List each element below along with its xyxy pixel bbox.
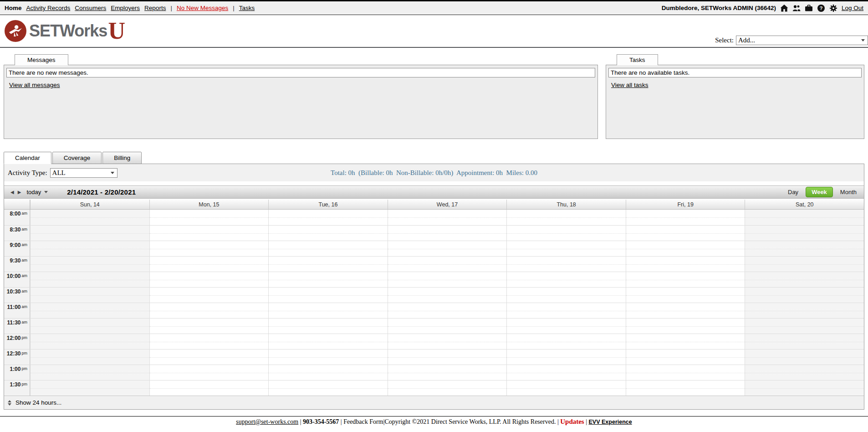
view-all-tasks-link[interactable]: View all tasks — [611, 82, 648, 88]
calendar-cell[interactable] — [388, 334, 507, 349]
today-button[interactable]: today — [26, 189, 41, 195]
logout-link[interactable]: Log Out — [842, 5, 863, 11]
nav-activity-records[interactable]: Activity Records — [26, 5, 71, 11]
activity-type-dropdown[interactable]: ALL — [50, 168, 117, 178]
feedback-form-link[interactable]: Feedback Form — [343, 418, 383, 425]
calendar-cell[interactable] — [30, 350, 149, 365]
view-day-button[interactable]: Day — [785, 187, 801, 197]
calendar-cell[interactable] — [745, 334, 864, 349]
calendar-cell[interactable] — [30, 365, 149, 380]
calendar-cell[interactable] — [30, 303, 149, 318]
calendar-cell[interactable] — [506, 365, 626, 380]
calendar-cell[interactable] — [388, 257, 507, 272]
calendar-cell[interactable] — [745, 350, 864, 365]
calendar-cell[interactable] — [30, 319, 149, 334]
calendar-cell[interactable] — [626, 303, 745, 318]
calendar-cell[interactable] — [626, 319, 745, 334]
calendar-cell[interactable] — [30, 334, 149, 349]
calendar-cell[interactable] — [506, 303, 626, 318]
calendar-cell[interactable] — [149, 272, 269, 287]
setworks-logo[interactable]: SETWorks U — [5, 20, 125, 42]
calendar-cell[interactable] — [268, 365, 388, 380]
calendar-cell[interactable] — [30, 226, 149, 241]
calendar-cell[interactable] — [506, 241, 626, 256]
calendar-cell[interactable] — [745, 257, 864, 272]
calendar-cell[interactable] — [745, 288, 864, 303]
calendar-cell[interactable] — [506, 210, 626, 225]
calendar-cell[interactable] — [506, 319, 626, 334]
calendar-cell[interactable] — [268, 350, 388, 365]
calendar-cell[interactable] — [388, 381, 507, 396]
calendar-cell[interactable] — [268, 257, 388, 272]
calendar-cell[interactable] — [30, 241, 149, 256]
prev-week-button[interactable]: ◀ — [9, 190, 16, 195]
nav-tasks[interactable]: Tasks — [239, 5, 255, 11]
calendar-cell[interactable] — [388, 210, 507, 225]
calendar-cell[interactable] — [745, 226, 864, 241]
calendar-cell[interactable] — [626, 241, 745, 256]
calendar-cell[interactable] — [30, 288, 149, 303]
calendar-cell[interactable] — [268, 241, 388, 256]
tab-coverage[interactable]: Coverage — [52, 152, 102, 164]
calendar-cell[interactable] — [268, 226, 388, 241]
calendar-cell[interactable] — [506, 334, 626, 349]
nav-employers[interactable]: Employers — [111, 5, 140, 11]
calendar-cell[interactable] — [626, 272, 745, 287]
updates-link[interactable]: Updates — [560, 418, 584, 425]
today-caret-icon[interactable] — [44, 191, 48, 193]
calendar-cell[interactable] — [506, 288, 626, 303]
calendar-cell[interactable] — [149, 210, 269, 225]
view-week-button[interactable]: Week — [806, 187, 833, 197]
tab-tasks[interactable]: Tasks — [617, 54, 658, 65]
calendar-cell[interactable] — [745, 381, 864, 396]
calendar-cell[interactable] — [149, 381, 269, 396]
calendar-cell[interactable] — [506, 350, 626, 365]
calendar-cell[interactable] — [268, 272, 388, 287]
calendar-cell[interactable] — [149, 288, 269, 303]
calendar-cell[interactable] — [388, 350, 507, 365]
calendar-cell[interactable] — [626, 257, 745, 272]
calendar-cell[interactable] — [149, 303, 269, 318]
tab-billing[interactable]: Billing — [102, 152, 142, 164]
help-icon[interactable]: ? — [817, 4, 825, 12]
calendar-cell[interactable] — [388, 288, 507, 303]
calendar-cell[interactable] — [30, 257, 149, 272]
calendar-cell[interactable] — [745, 272, 864, 287]
next-week-button[interactable]: ▶ — [16, 190, 23, 195]
home-icon[interactable] — [780, 4, 788, 12]
calendar-cell[interactable] — [388, 241, 507, 256]
calendar-cell[interactable] — [268, 303, 388, 318]
calendar-cell[interactable] — [388, 226, 507, 241]
calendar-cell[interactable] — [149, 226, 269, 241]
calendar-cell[interactable] — [626, 226, 745, 241]
show-24-hours-toggle[interactable]: Show 24 hours... — [4, 396, 864, 409]
calendar-cell[interactable] — [506, 381, 626, 396]
calendar-cell[interactable] — [268, 210, 388, 225]
calendar-cell[interactable] — [388, 365, 507, 380]
support-email-link[interactable]: support@set-works.com — [236, 418, 298, 425]
add-dropdown[interactable]: Add... — [736, 36, 868, 45]
calendar-cell[interactable] — [268, 334, 388, 349]
nav-consumers[interactable]: Consumers — [75, 5, 106, 11]
calendar-cell[interactable] — [268, 319, 388, 334]
nav-reports[interactable]: Reports — [144, 5, 166, 11]
view-all-messages-link[interactable]: View all messages — [9, 82, 60, 88]
evv-experience-link[interactable]: EVV Experience — [589, 419, 632, 425]
calendar-cell[interactable] — [626, 334, 745, 349]
calendar-cell[interactable] — [388, 319, 507, 334]
calendar-cell[interactable] — [149, 319, 269, 334]
calendar-cell[interactable] — [745, 365, 864, 380]
view-month-button[interactable]: Month — [837, 187, 859, 197]
calendar-cell[interactable] — [745, 319, 864, 334]
calendar-cell[interactable] — [30, 381, 149, 396]
gear-icon[interactable] — [829, 4, 837, 12]
calendar-cell[interactable] — [149, 257, 269, 272]
calendar-cell[interactable] — [149, 365, 269, 380]
calendar-cell[interactable] — [388, 272, 507, 287]
tab-calendar[interactable]: Calendar — [4, 152, 51, 164]
calendar-cell[interactable] — [268, 381, 388, 396]
calendar-cell[interactable] — [506, 272, 626, 287]
nav-home[interactable]: Home — [5, 5, 22, 11]
calendar-cell[interactable] — [626, 365, 745, 380]
briefcase-icon[interactable] — [805, 4, 813, 12]
